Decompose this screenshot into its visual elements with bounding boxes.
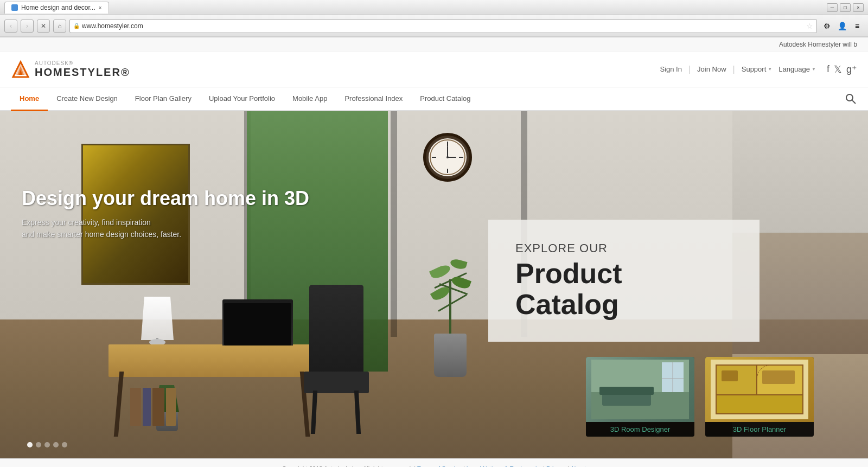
svg-rect-24 <box>716 395 803 414</box>
svg-rect-26 <box>762 370 795 384</box>
slide-dot-5[interactable] <box>62 442 67 447</box>
window-controls: ─ □ × <box>827 3 864 12</box>
panel-top <box>732 111 868 233</box>
nav-items: Home Create New Design Floor Plan Galler… <box>11 87 844 110</box>
header-main: AUTODESK® HOMESTYLER® Sign In | Join Now… <box>0 52 868 87</box>
svg-rect-25 <box>722 370 738 381</box>
svg-line-5 <box>852 100 856 104</box>
thumbnail-floor-planner[interactable]: 3D Floor Planner <box>705 357 814 437</box>
product-catalog-overlay: EXPLORE OUR Product Catalog <box>488 220 760 342</box>
book-2 <box>143 388 151 426</box>
language-dropdown[interactable]: Language ▼ <box>778 65 816 73</box>
chair-leg-2 <box>354 391 361 434</box>
home-button[interactable]: ⌂ <box>53 20 66 33</box>
chair-seat <box>304 372 369 393</box>
room-plant <box>429 258 472 377</box>
site-header: Autodesk Homestyler will b AUTODESK® HOM… <box>0 37 868 87</box>
explore-label: EXPLORE OUR <box>515 241 732 255</box>
room-laptop-screen <box>224 303 291 346</box>
autodesk-logo-icon <box>11 60 30 79</box>
floor-plan-preview-svg <box>711 360 808 419</box>
hero-subtitle-1: Express your creativity, find inspiratio… <box>22 216 309 228</box>
support-label: Support <box>742 65 767 73</box>
thumbnail-plan-image <box>705 357 814 422</box>
nav-floor-plan-gallery[interactable]: Floor Plan Gallery <box>126 87 200 111</box>
slide-dot-3[interactable] <box>44 442 50 447</box>
address-bar-container: 🔒 ☆ <box>69 19 817 33</box>
nav-create-new-design[interactable]: Create New Design <box>48 87 126 111</box>
book-3 <box>152 388 164 426</box>
catalog-title: Product Catalog <box>515 258 732 320</box>
profile-icon[interactable]: 👤 <box>835 20 848 33</box>
room-lamp-shade <box>141 297 174 340</box>
nav-upload-portfolio[interactable]: Upload Your Portfolio <box>200 87 284 111</box>
signin-link[interactable]: Sign In <box>660 65 681 73</box>
googleplus-icon[interactable]: g⁺ <box>846 63 857 75</box>
tab-close-button[interactable]: × <box>99 5 102 11</box>
hero-text: Design your dream home in 3D Express you… <box>22 187 309 241</box>
logo-area[interactable]: AUTODESK® HOMESTYLER® <box>11 60 130 79</box>
header-right: Sign In | Join Now | Support ▼ Language … <box>660 63 857 75</box>
site-footer: Copyright 2013 Autodesk, Inc. All rights… <box>0 458 868 467</box>
separator-1: | <box>688 65 691 74</box>
svg-point-13 <box>446 156 449 158</box>
svg-rect-17 <box>599 387 654 395</box>
toolbar-icons: ⚙ 👤 ≡ <box>820 20 864 33</box>
top-bar: Autodesk Homestyler will b <box>0 37 868 52</box>
thumbnail-room-image <box>586 357 694 422</box>
homestyler-label: HOMESTYLER® <box>35 66 130 79</box>
book-1 <box>130 388 141 426</box>
minimize-button[interactable]: ─ <box>827 3 838 12</box>
address-input[interactable] <box>82 22 804 30</box>
nav-product-catalog[interactable]: Product Catalog <box>411 87 479 111</box>
maximize-button[interactable]: □ <box>840 3 851 12</box>
tab-title: Home design and decor... <box>21 4 95 11</box>
nav-professional-index[interactable]: Professional Index <box>336 87 411 111</box>
thumbnail-plan-label: 3D Floor Planner <box>705 422 814 437</box>
nav-mobile-app[interactable]: Mobile App <box>284 87 336 111</box>
room-clock <box>423 133 472 182</box>
room-desk <box>108 344 315 377</box>
slide-dot-4[interactable] <box>53 442 59 447</box>
slide-dots <box>27 442 67 447</box>
browser-tab[interactable]: Home design and decor... × <box>4 2 109 14</box>
tab-favicon <box>11 4 18 11</box>
clock-face <box>429 138 467 176</box>
notice-text: Autodesk Homestyler will b <box>11 41 857 48</box>
chair-back <box>309 285 363 382</box>
book-4 <box>166 388 176 426</box>
back-button[interactable]: ‹ <box>4 20 17 33</box>
menu-icon[interactable]: ≡ <box>851 20 864 33</box>
extensions-icon[interactable]: ⚙ <box>820 20 833 33</box>
support-dropdown[interactable]: Support ▼ <box>742 65 772 73</box>
reload-button[interactable]: ✕ <box>37 20 50 33</box>
room-preview-svg <box>591 360 689 419</box>
bookmark-icon[interactable]: ☆ <box>806 22 813 30</box>
language-chevron-icon: ▼ <box>812 67 816 72</box>
slide-dot-2[interactable] <box>36 442 41 447</box>
browser-chrome: Home design and decor... × ─ □ × ‹ › ✕ ⌂… <box>0 0 868 37</box>
close-button[interactable]: × <box>853 3 864 12</box>
hero-section: Design your dream home in 3D Express you… <box>0 111 868 458</box>
chair-leg-1 <box>311 391 317 434</box>
svg-point-4 <box>846 94 853 101</box>
search-icon[interactable] <box>844 92 857 105</box>
facebook-icon[interactable]: f <box>827 63 829 75</box>
browser-titlebar: Home design and decor... × ─ □ × <box>0 0 868 15</box>
hero-thumbnails: 3D Room Designer 3D Floor Plann <box>586 357 814 437</box>
twitter-icon[interactable]: 𝕏 <box>834 63 842 75</box>
logo-text: AUTODESK® HOMESTYLER® <box>35 60 130 79</box>
hero-subtitle-2: and make smarter home design choices, fa… <box>22 228 309 240</box>
browser-toolbar: ‹ › ✕ ⌂ 🔒 ☆ ⚙ 👤 ≡ <box>0 15 868 37</box>
autodesk-label: AUTODESK® <box>35 60 130 66</box>
nav-home[interactable]: Home <box>11 87 48 111</box>
social-icons: f 𝕏 g⁺ <box>827 63 857 75</box>
thumbnail-room-designer[interactable]: 3D Room Designer <box>586 357 694 437</box>
room-chair <box>298 285 374 437</box>
thumbnail-room-label: 3D Room Designer <box>586 422 694 437</box>
support-chevron-icon: ▼ <box>768 67 772 72</box>
forward-button[interactable]: › <box>21 20 34 33</box>
joinnow-link[interactable]: Join Now <box>697 65 726 73</box>
language-label: Language <box>778 65 810 73</box>
slide-dot-1[interactable] <box>27 442 33 447</box>
